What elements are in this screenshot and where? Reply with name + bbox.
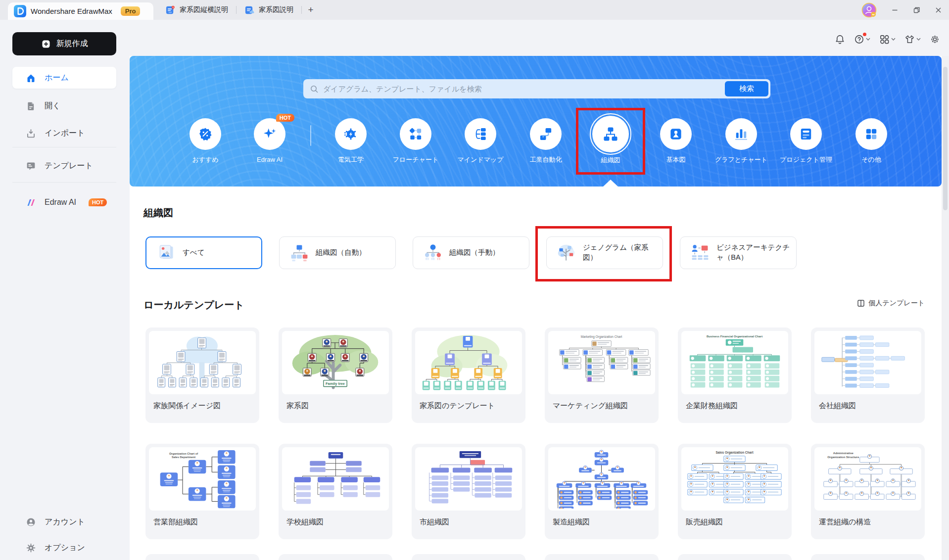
sidebar-item-home[interactable]: ホーム	[12, 67, 116, 89]
search-input[interactable]	[319, 85, 770, 93]
app-title: Wondershare EdrawMax	[31, 7, 112, 15]
svg-text:Family tree: Family tree	[326, 381, 345, 386]
subcategory-card-business-architecture[interactable]: ビジネスアーキテクチャ（BA）	[680, 236, 797, 269]
category-recommend[interactable]: おすすめ	[176, 118, 235, 164]
avatar[interactable]	[861, 2, 877, 18]
category-label: 組織図	[583, 156, 638, 165]
template-card[interactable]: AdministrativeOrganization Structure運営組織…	[811, 444, 925, 539]
template-card[interactable]: 市組織図	[412, 444, 525, 539]
document-tab[interactable]: 家系図説明	[237, 0, 301, 20]
settings-button[interactable]	[930, 34, 940, 45]
category-edraw-ai[interactable]: Edraw AIHOT	[240, 118, 299, 164]
category-orgchart[interactable]: 組織図	[581, 116, 640, 165]
edrawmax-logo-icon	[14, 5, 26, 17]
category-other[interactable]: その他	[842, 118, 901, 164]
template-title: 家族関係イメージ図	[153, 401, 251, 411]
template-thumbnail	[548, 447, 655, 511]
theme-button[interactable]	[904, 34, 921, 45]
sidebar: 新規作成 ホーム開くインポートテンプレートEdraw AIHOTアカウントオプシ…	[0, 20, 130, 560]
template-card-partial	[811, 554, 925, 560]
sidebar-item-label: オプション	[45, 543, 85, 553]
help-button[interactable]	[854, 34, 870, 45]
orgchart-manual-icon	[423, 243, 443, 263]
business-architecture-icon	[690, 243, 710, 263]
template-card[interactable]: Family tree家系図	[279, 327, 392, 423]
new-tab-button[interactable]: +	[302, 0, 320, 20]
automation-icon	[538, 126, 554, 142]
basic-diagram-icon	[668, 126, 684, 142]
template-card[interactable]: 家系図のテンプレート	[412, 327, 525, 423]
category-automation[interactable]: 工業自動化	[516, 118, 575, 164]
category-label: その他	[844, 156, 899, 164]
template-thumbnail: Marketing Organization Chart	[548, 331, 655, 394]
open-file-icon	[26, 101, 36, 111]
template-thumbnail: AdministrativeOrganization Structure	[814, 447, 921, 511]
subcategory-card-orgchart-auto[interactable]: 組織図（自動）	[279, 236, 396, 269]
template-thumbnail: Business Financial Organizational Chart	[681, 331, 788, 394]
category-mindmap[interactable]: マインドマップ	[451, 118, 510, 164]
search-button[interactable]: 検索	[725, 81, 768, 96]
hot-badge: HOT	[89, 198, 107, 206]
notifications-button[interactable]	[835, 34, 845, 45]
orgchart-auto-icon	[289, 243, 309, 263]
template-card[interactable]: Organization Chart ofSales Department営業部…	[145, 444, 259, 539]
category-circle	[254, 118, 285, 150]
sidebar-item-open[interactable]: 開く	[12, 95, 116, 117]
sidebar-item-options[interactable]: オプション	[12, 537, 116, 559]
svg-text:Organization Chart of: Organization Chart of	[169, 452, 198, 455]
subcategory-card-genogram[interactable]: ジェノグラム（家系図）	[546, 236, 663, 269]
category-charts[interactable]: グラフとチャート	[712, 118, 771, 164]
template-row-1: 家族関係イメージ図Family tree家系図家系図のテンプレートMarketi…	[145, 327, 925, 423]
sidebar-item-import[interactable]: インポート	[12, 122, 116, 144]
caret-down-icon	[891, 38, 896, 41]
home-icon	[26, 73, 36, 83]
category-basic[interactable]: 基本図	[646, 118, 706, 164]
template-title: 販売組織図	[686, 517, 784, 527]
category-circle	[790, 118, 822, 150]
category-circle	[592, 116, 629, 152]
template-title: 学校組織図	[286, 517, 384, 527]
scrollbar-thumb[interactable]	[943, 67, 948, 210]
ai-sparkle-icon	[262, 126, 278, 142]
template-card[interactable]: 家族関係イメージ図	[145, 327, 259, 423]
category-label: フローチャート	[388, 156, 443, 164]
flowchart-icon	[408, 126, 424, 142]
category-circle	[855, 118, 887, 150]
personal-templates-label: 個人テンプレート	[868, 299, 925, 308]
sidebar-item-edraw-ai[interactable]: Edraw AIHOT	[12, 191, 116, 213]
selected-category-notch	[603, 180, 618, 187]
layout-icon	[857, 299, 865, 307]
subcategory-label: ジェノグラム（家系図）	[583, 243, 657, 262]
orgchart-icon	[602, 125, 619, 143]
template-card[interactable]: 会社組織図	[811, 327, 925, 423]
document-tab[interactable]: 家系図縦横説明	[157, 0, 236, 20]
apps-button[interactable]	[879, 34, 896, 45]
caret-down-icon	[866, 38, 870, 41]
personal-templates-link[interactable]: 個人テンプレート	[857, 299, 925, 308]
template-card[interactable]: Marketing Organization Chartマーケティング組織図	[545, 327, 659, 423]
close-button[interactable]	[927, 0, 949, 20]
template-card[interactable]: Business Financial Organizational Chart企…	[678, 327, 792, 423]
template-thumbnail	[415, 447, 522, 511]
template-card-partial	[545, 554, 659, 560]
template-title: 家系図	[286, 401, 384, 411]
restore-button[interactable]	[905, 0, 927, 20]
category-flowchart[interactable]: フローチャート	[386, 118, 445, 164]
subcategory-card-orgchart-manual[interactable]: 組織図（手動）	[413, 236, 529, 269]
sidebar-item-account[interactable]: アカウント	[12, 511, 116, 533]
new-document-button[interactable]: 新規作成	[12, 32, 116, 55]
template-title: マーケティング組織図	[553, 401, 651, 411]
app-tab[interactable]: Wondershare EdrawMax Pro	[8, 2, 153, 20]
sidebar-item-templates[interactable]: テンプレート	[12, 155, 116, 177]
subcategory-card-all[interactable]: すべて	[145, 236, 262, 269]
template-title: 家系図のテンプレート	[420, 401, 518, 411]
svg-text:Organization Structure: Organization Structure	[828, 456, 860, 459]
template-title: 会社組織図	[819, 401, 917, 411]
hot-badge: HOT	[276, 114, 294, 122]
template-card[interactable]: 学校組織図	[279, 444, 392, 539]
template-card[interactable]: Sales Organization Chart販売組織図	[678, 444, 792, 539]
category-project[interactable]: プロジェクト管理	[776, 118, 836, 164]
category-electrical[interactable]: 電気工学	[321, 118, 380, 164]
template-card[interactable]: 製造組織図	[545, 444, 659, 539]
minimize-button[interactable]	[884, 0, 905, 20]
